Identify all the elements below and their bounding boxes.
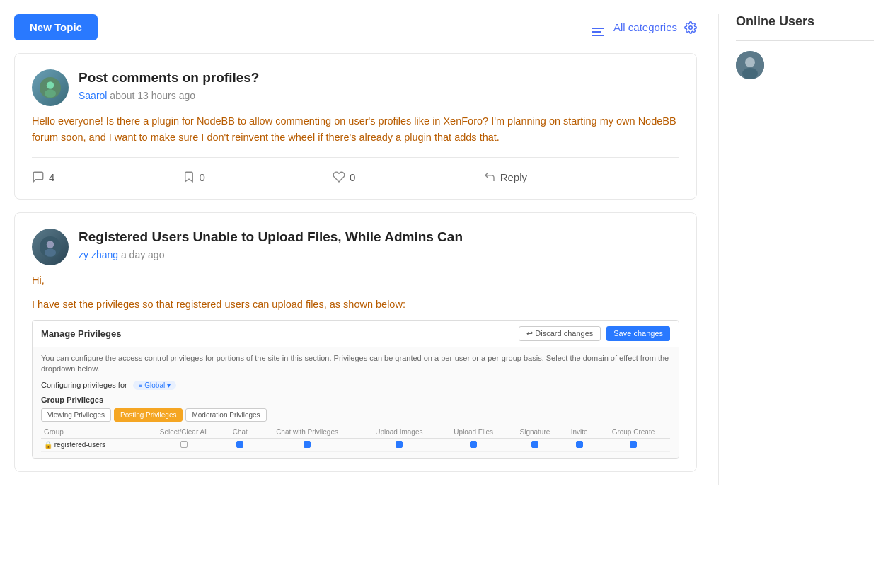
post-header-1: Post comments on profiles? Saarol about … <box>32 69 679 106</box>
ss-config-label: Configuring privileges for <box>41 381 127 389</box>
post-card-1: Post comments on profiles? Saarol about … <box>14 53 697 200</box>
ss-checkbox-invite[interactable] <box>576 441 583 448</box>
bookmark-count: 0 <box>200 171 205 183</box>
ss-tabs: Viewing Privileges Posting Privileges Mo… <box>41 408 670 422</box>
new-topic-button[interactable]: New Topic <box>14 14 98 40</box>
svg-point-9 <box>742 68 758 79</box>
ss-discard-button[interactable]: ↩ Discard changes <box>519 326 601 341</box>
main-content: New Topic All categories <box>14 14 718 485</box>
ss-config-row: Configuring privileges for ≡ Global ▾ <box>41 381 670 390</box>
like-button[interactable]: 0 <box>333 168 362 186</box>
ss-body: You can configure the access control pri… <box>33 347 679 458</box>
post-title-2[interactable]: Registered Users Unable to Upload Files,… <box>79 229 679 246</box>
ss-col-chat: Chat <box>224 426 255 439</box>
ss-cell-group-create[interactable] <box>596 438 670 451</box>
sidebar-title: Online Users <box>736 14 874 29</box>
ss-cell-select-all[interactable] <box>143 438 224 451</box>
categories-filter[interactable]: All categories <box>592 19 697 36</box>
ss-col-group-create: Group Create <box>596 426 670 439</box>
ss-checkbox-group-create[interactable] <box>630 441 637 448</box>
ss-btns: ↩ Discard changes Save changes <box>519 326 670 341</box>
ss-tab-viewing[interactable]: Viewing Privileges <box>41 408 111 422</box>
avatar-2 <box>32 229 69 265</box>
svg-point-5 <box>47 241 54 248</box>
ss-checkbox-sig[interactable] <box>531 441 538 448</box>
bookmark-button[interactable]: 0 <box>183 168 212 186</box>
comment-icon <box>32 171 45 183</box>
ss-group-priv-label: Group Privileges <box>41 396 670 404</box>
reply-button-1[interactable]: Reply <box>483 168 527 186</box>
lock-icon: 🔒 <box>44 441 52 449</box>
post-divider-1 <box>32 157 679 158</box>
ss-tab-moderation[interactable]: Moderation Privileges <box>185 408 266 422</box>
categories-list-icon <box>592 19 606 36</box>
like-count: 0 <box>350 171 355 183</box>
reply-icon-1 <box>483 171 496 183</box>
ss-cell-chat[interactable] <box>224 438 255 451</box>
ss-col-sig: Signature <box>507 426 562 439</box>
post-actions-1: 4 0 0 <box>32 168 527 186</box>
ss-col-chat-priv: Chat with Privileges <box>255 426 358 439</box>
ss-col-invite: Invite <box>562 426 596 439</box>
svg-point-6 <box>45 249 56 258</box>
ss-cell-invite[interactable] <box>562 438 596 451</box>
sidebar: Online Users <box>718 14 874 485</box>
ss-privileges-table: Group Select/Clear All Chat Chat with Pr… <box>41 426 670 452</box>
ss-global-badge[interactable]: ≡ Global ▾ <box>133 381 176 390</box>
ss-cell-sig[interactable] <box>507 438 562 451</box>
post-meta-2: Registered Users Unable to Upload Files,… <box>79 229 679 260</box>
ss-col-group: Group <box>41 426 143 439</box>
post-author-line-1: Saarol about 13 hours ago <box>79 90 679 101</box>
post-card-2: Registered Users Unable to Upload Files,… <box>14 212 697 471</box>
ss-checkbox-upload-img[interactable] <box>396 441 403 448</box>
post-author-link-2[interactable]: zy zhang <box>79 249 118 260</box>
ss-desc: You can configure the access control pri… <box>41 353 670 375</box>
ss-checkbox-select-all[interactable] <box>180 441 188 448</box>
post-title-1[interactable]: Post comments on profiles? <box>79 69 679 87</box>
top-bar: New Topic All categories <box>14 14 697 40</box>
ss-col-upload-img: Upload Images <box>359 426 439 439</box>
ss-tab-posting[interactable]: Posting Privileges <box>114 408 183 422</box>
post-meta-1: Post comments on profiles? Saarol about … <box>79 69 679 101</box>
bookmark-icon <box>183 171 195 183</box>
sidebar-divider <box>736 40 874 41</box>
post-author-link-1[interactable]: Saarol <box>79 90 107 101</box>
post-time-2-val: a day ago <box>121 249 165 260</box>
heart-icon <box>333 171 345 183</box>
post-header-2: Registered Users Unable to Upload Files,… <box>32 229 679 265</box>
svg-point-0 <box>689 25 693 29</box>
post-body-2-pre: Hi, <box>32 272 679 289</box>
ss-checkbox-upload-files[interactable] <box>470 441 477 448</box>
ss-group-name: registered-users <box>54 441 105 449</box>
ss-cell-upload-files[interactable] <box>439 438 507 451</box>
ss-col-select: Select/Clear All <box>143 426 224 439</box>
ss-checkbox-chat[interactable] <box>236 441 243 448</box>
avatar-1 <box>32 69 69 106</box>
ss-cell-chat-priv[interactable] <box>255 438 358 451</box>
online-user-avatar-img <box>736 51 764 79</box>
post-time-1: about 13 hours ago <box>110 90 195 101</box>
post-author-line-2: zy zhang a day ago <box>79 249 679 260</box>
table-row: 🔒 registered-users <box>41 438 670 451</box>
ss-col-upload-files: Upload Files <box>439 426 507 439</box>
comment-count-button[interactable]: 4 <box>32 168 62 186</box>
svg-point-2 <box>47 81 54 88</box>
screenshot-area: Manage Privileges ↩ Discard changes Save… <box>32 320 679 459</box>
ss-cell-upload-img[interactable] <box>359 438 439 451</box>
ss-checkbox-chat-priv[interactable] <box>304 441 311 448</box>
ss-title: Manage Privileges <box>41 328 121 339</box>
ss-header: Manage Privileges ↩ Discard changes Save… <box>33 321 679 347</box>
ss-cell-group: 🔒 registered-users <box>41 438 143 451</box>
ss-save-button[interactable]: Save changes <box>606 326 670 341</box>
svg-point-8 <box>745 57 755 67</box>
reply-label-1: Reply <box>500 171 527 183</box>
svg-point-3 <box>45 89 56 98</box>
post-body-2-post: I have set the privileges so that regist… <box>32 296 679 313</box>
comment-count: 4 <box>49 171 54 183</box>
post-body-1: Hello everyone! Is there a plugin for No… <box>32 113 679 146</box>
categories-label[interactable]: All categories <box>613 21 677 33</box>
online-user-avatar[interactable] <box>736 51 764 79</box>
settings-icon[interactable] <box>684 21 697 34</box>
